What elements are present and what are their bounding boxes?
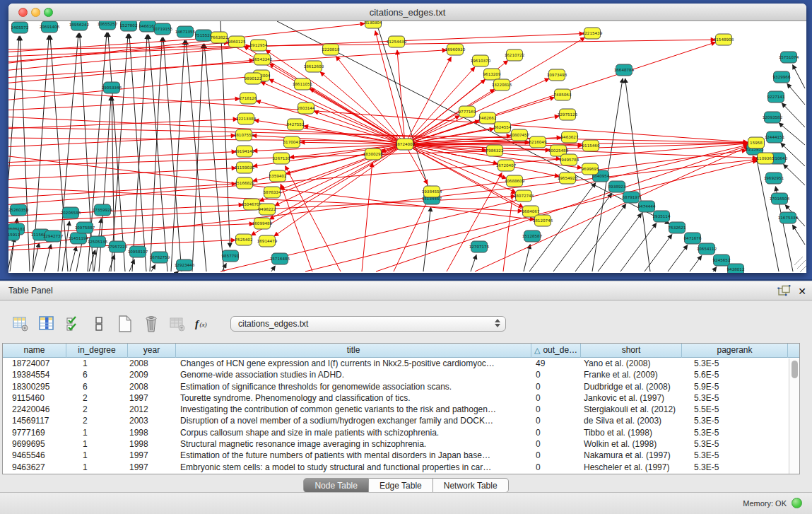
cell-year[interactable]: 2009 <box>128 369 176 380</box>
cell-title[interactable]: Estimation of the future numbers of pati… <box>176 450 531 461</box>
cell-pagerank[interactable]: 5.9E-5 <box>682 381 788 392</box>
cell-title[interactable]: Embryonic stem cells: a model to study s… <box>176 462 531 473</box>
cell-name[interactable]: 22420046 <box>3 404 66 415</box>
cell-year[interactable]: 2012 <box>128 404 176 415</box>
graph-nodes[interactable]: 2405572206914061895624210655257152780284… <box>8 21 799 273</box>
cell-in_degree[interactable]: 1 <box>66 358 128 369</box>
cell-out_de[interactable]: 0 <box>531 415 581 426</box>
cell-name[interactable]: 9777169 <box>3 427 66 438</box>
cell-in_degree[interactable]: 2 <box>66 404 128 415</box>
cell-year[interactable]: 1997 <box>128 450 176 461</box>
table-row[interactable]: 911546021997Tourette syndrome. Phenomeno… <box>3 392 799 404</box>
resize-grip-icon[interactable] <box>794 257 806 272</box>
cell-title[interactable]: Estimation of significance thresholds fo… <box>176 381 531 392</box>
cell-in_degree[interactable]: 1 <box>66 462 128 473</box>
row-height-icon[interactable] <box>90 315 108 333</box>
column-header-short[interactable]: short <box>581 344 682 358</box>
cell-pagerank[interactable]: 5.3E-5 <box>682 427 788 438</box>
cell-in_degree[interactable]: 1 <box>66 427 128 438</box>
table-row[interactable]: 969969511998Structural magnetic resonanc… <box>3 438 799 450</box>
cell-pagerank[interactable]: 5.3E-5 <box>682 392 788 404</box>
float-panel-icon[interactable] <box>777 285 791 297</box>
cell-title[interactable]: Corpus callosum shape and size in male p… <box>176 427 531 438</box>
table-row[interactable]: 1456911722003Disruption of a novel membe… <box>3 415 799 426</box>
cell-title[interactable]: Tourette syndrome. Phenomenology and cla… <box>176 392 531 404</box>
cell-out_de[interactable]: 0 <box>531 369 581 380</box>
cell-out_de[interactable]: 0 <box>531 381 581 392</box>
scrollbar-thumb[interactable] <box>792 361 798 378</box>
cell-title[interactable]: Structural magnetic resonance image aver… <box>176 438 531 450</box>
cell-short[interactable]: Dudbridge et al. (2008) <box>581 381 682 392</box>
cell-short[interactable]: Stergiakouli et al. (2012) <box>581 404 682 415</box>
close-panel-icon[interactable]: ✕ <box>798 286 806 297</box>
tab-edge-table[interactable]: Edge Table <box>369 478 433 493</box>
cell-name[interactable]: 9465546 <box>3 450 66 461</box>
cell-in_degree[interactable]: 6 <box>66 381 128 392</box>
cell-pagerank[interactable]: 5.3E-5 <box>682 415 788 426</box>
cell-year[interactable]: 1998 <box>128 427 176 438</box>
cell-name[interactable]: 9115460 <box>3 392 66 404</box>
table-mode-icon[interactable] <box>11 315 30 333</box>
cell-name[interactable]: 9699695 <box>3 438 66 450</box>
network-canvas[interactable]: 2405572206914061895624210655257152780284… <box>8 21 806 273</box>
column-header-title[interactable]: title <box>176 344 531 358</box>
cell-out_de[interactable]: 0 <box>531 462 581 473</box>
cell-out_de[interactable]: 0 <box>531 450 581 461</box>
column-header-in_degree[interactable]: in_degree <box>66 344 128 358</box>
cell-out_de[interactable]: 0 <box>531 427 581 438</box>
cell-name[interactable]: 9463627 <box>3 462 66 473</box>
cell-year[interactable]: 1998 <box>128 438 176 450</box>
show-columns-checklist-icon[interactable] <box>64 315 82 333</box>
cell-year[interactable]: 1997 <box>128 392 176 404</box>
cell-out_de[interactable]: 0 <box>531 392 581 404</box>
cell-year[interactable]: 2003 <box>128 415 176 426</box>
cell-pagerank[interactable]: 5.3E-5 <box>682 450 788 461</box>
cell-out_de[interactable]: 0 <box>531 438 581 450</box>
tab-node-table[interactable]: Node Table <box>303 478 369 493</box>
table-vertical-scrollbar[interactable] <box>789 358 799 474</box>
network-window-titlebar[interactable]: citations_edges.txt <box>8 4 806 21</box>
column-header-name[interactable]: name <box>3 344 66 358</box>
cell-short[interactable]: Yano et al. (2008) <box>581 358 682 369</box>
cell-out_de[interactable]: 49 <box>531 358 581 369</box>
delete-table-icon[interactable] <box>142 315 160 333</box>
table-selector-dropdown[interactable]: citations_edges.txt <box>230 316 506 332</box>
cell-short[interactable]: Nakamura et al. (1997) <box>581 450 682 461</box>
column-header-year[interactable]: year <box>128 344 176 358</box>
create-table-icon[interactable] <box>116 315 134 333</box>
table-row[interactable]: 946362711997Embryonic stem cells: a mode… <box>3 462 799 473</box>
cell-in_degree[interactable]: 6 <box>66 369 128 380</box>
cell-short[interactable]: Franke et al. (2009) <box>581 369 682 380</box>
cell-short[interactable]: Hescheler et al. (1997) <box>581 462 682 473</box>
cell-pagerank[interactable]: 5.6E-5 <box>682 369 788 380</box>
column-header-out_de[interactable]: △out_de… <box>531 344 581 358</box>
cell-out_de[interactable]: 0 <box>531 404 581 415</box>
table-row[interactable]: 1938455462009Genome-wide association stu… <box>3 369 799 380</box>
function-builder-icon[interactable]: f (x) <box>194 315 213 333</box>
cell-name[interactable]: 19384554 <box>3 369 66 380</box>
cell-pagerank[interactable]: 5.3E-5 <box>682 462 788 473</box>
cell-year[interactable]: 1997 <box>128 462 176 473</box>
cell-short[interactable]: Jankovic et al. (1997) <box>581 392 682 404</box>
cell-in_degree[interactable]: 1 <box>66 450 128 461</box>
cell-in_degree[interactable]: 2 <box>66 415 128 426</box>
cell-year[interactable]: 2008 <box>128 381 176 392</box>
cell-title[interactable]: Disruption of a novel member of a sodium… <box>176 415 531 426</box>
tab-network-table[interactable]: Network Table <box>433 478 509 493</box>
column-header-pagerank[interactable]: pagerank <box>682 344 788 358</box>
memory-status[interactable]: Memory: OK <box>743 498 802 508</box>
cell-pagerank[interactable]: 5.3E-5 <box>682 358 788 369</box>
cell-year[interactable]: 2008 <box>128 358 176 369</box>
cell-short[interactable]: de Silva et al. (2003) <box>581 415 682 426</box>
cell-short[interactable]: Wolkin et al. (1998) <box>581 438 682 450</box>
cell-in_degree[interactable]: 1 <box>66 438 128 450</box>
table-row[interactable]: 946554611997Estimation of the future num… <box>3 450 799 461</box>
table-row[interactable]: 2242004622012Investigating the contribut… <box>3 404 799 415</box>
cell-title[interactable]: Investigating the contribution of common… <box>176 404 531 415</box>
cell-name[interactable]: 18300295 <box>3 381 66 392</box>
table-row[interactable]: 1872400712008Changes of HCN gene express… <box>3 358 799 369</box>
cell-short[interactable]: Tibbo et al. (1998) <box>581 427 682 438</box>
cell-pagerank[interactable]: 5.3E-5 <box>682 438 788 450</box>
cell-pagerank[interactable]: 5.5E-5 <box>682 404 788 415</box>
select-column-icon[interactable] <box>37 315 56 333</box>
